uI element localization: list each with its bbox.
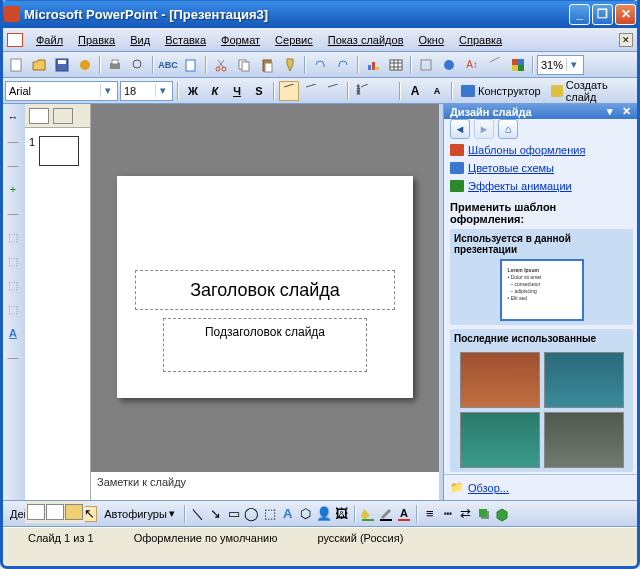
- tool-icon[interactable]: ⬚: [4, 252, 22, 270]
- menu-help[interactable]: Справка: [453, 32, 508, 48]
- animation-link[interactable]: Эффекты анимации: [450, 177, 633, 195]
- increase-font-button[interactable]: A: [405, 81, 425, 101]
- menu-tools[interactable]: Сервис: [269, 32, 319, 48]
- tool-icon[interactable]: ⬚: [4, 300, 22, 318]
- templates-link[interactable]: Шаблоны оформления: [450, 141, 633, 159]
- current-template-thumbnail[interactable]: Lorem Ipsum• Dolor sit amet – consectetu…: [500, 259, 584, 321]
- template-thumbnail[interactable]: [544, 412, 624, 468]
- outline-tab[interactable]: [29, 108, 49, 124]
- color-schemes-link[interactable]: Цветовые схемы: [450, 159, 633, 177]
- print-button[interactable]: [104, 54, 126, 76]
- research-button[interactable]: [180, 54, 202, 76]
- tool-icon[interactable]: —: [4, 348, 22, 366]
- slide-canvas[interactable]: Заголовок слайда Подзаголовок слайда: [117, 176, 413, 398]
- title-placeholder[interactable]: Заголовок слайда: [135, 270, 395, 310]
- chart-button[interactable]: [362, 54, 384, 76]
- new-button[interactable]: [5, 54, 27, 76]
- mdi-close-button[interactable]: ✕: [619, 33, 633, 47]
- format-painter-button[interactable]: [279, 54, 301, 76]
- table-button[interactable]: [385, 54, 407, 76]
- wordart-tool[interactable]: A: [280, 506, 296, 522]
- home-button[interactable]: ⌂: [498, 119, 518, 139]
- shadow-tool[interactable]: [476, 506, 492, 522]
- close-button[interactable]: ✕: [615, 4, 636, 25]
- subtitle-placeholder[interactable]: Подзаголовок слайда: [163, 318, 367, 372]
- tool-icon[interactable]: —: [4, 156, 22, 174]
- shadow-button[interactable]: S: [249, 81, 269, 101]
- redo-button[interactable]: [332, 54, 354, 76]
- permission-button[interactable]: [74, 54, 96, 76]
- move-tool-icon[interactable]: —: [4, 132, 22, 150]
- font-color-tool-icon[interactable]: A: [4, 324, 22, 342]
- save-button[interactable]: [51, 54, 73, 76]
- copy-button[interactable]: [233, 54, 255, 76]
- oval-tool[interactable]: ◯: [244, 506, 260, 522]
- hyperlink-button[interactable]: [438, 54, 460, 76]
- align-center-button[interactable]: [301, 81, 321, 101]
- dash-style-tool[interactable]: ┅: [440, 506, 456, 522]
- autoshapes-menu[interactable]: Автофигуры ▾: [99, 504, 180, 524]
- color-button[interactable]: [507, 54, 529, 76]
- diagram-tool[interactable]: ⬡: [298, 506, 314, 522]
- zoom-combo[interactable]: 31%▾: [537, 55, 584, 75]
- taskpane-close-button[interactable]: ✕: [619, 105, 633, 119]
- align-left-button[interactable]: [279, 81, 299, 101]
- numbering-button[interactable]: 12: [353, 81, 373, 101]
- spell-button[interactable]: ABC: [157, 54, 179, 76]
- rectangle-tool[interactable]: ▭: [226, 506, 242, 522]
- back-button[interactable]: ◄: [450, 119, 470, 139]
- tables-borders-button[interactable]: [415, 54, 437, 76]
- browse-link[interactable]: Обзор...: [468, 482, 509, 494]
- expand-button[interactable]: A↕: [461, 54, 483, 76]
- menu-view[interactable]: Вид: [124, 32, 156, 48]
- arrow-tool-icon[interactable]: ↔: [4, 108, 22, 126]
- menu-window[interactable]: Окно: [413, 32, 451, 48]
- minimize-button[interactable]: _: [569, 4, 590, 25]
- menu-file[interactable]: Файл: [30, 32, 69, 48]
- decrease-font-button[interactable]: A: [427, 81, 447, 101]
- font-color-tool[interactable]: A: [396, 506, 412, 522]
- undo-button[interactable]: [309, 54, 331, 76]
- underline-button[interactable]: Ч: [227, 81, 247, 101]
- template-thumbnail[interactable]: [544, 352, 624, 408]
- menu-insert[interactable]: Вставка: [159, 32, 212, 48]
- tool-icon[interactable]: —: [4, 204, 22, 222]
- document-icon[interactable]: [7, 33, 23, 47]
- new-slide-button[interactable]: Создать слайд: [547, 81, 635, 101]
- line-color-tool[interactable]: [378, 506, 394, 522]
- tool-icon[interactable]: ⬚: [4, 276, 22, 294]
- size-combo[interactable]: 18▾: [120, 81, 173, 101]
- font-combo[interactable]: Arial▾: [5, 81, 118, 101]
- designer-button[interactable]: Конструктор: [457, 81, 545, 101]
- forward-button[interactable]: ►: [474, 119, 494, 139]
- cut-button[interactable]: [210, 54, 232, 76]
- normal-view-button[interactable]: [27, 504, 45, 520]
- picture-tool[interactable]: 🖼: [334, 506, 350, 522]
- slide-thumbnail[interactable]: [39, 136, 79, 166]
- line-tool[interactable]: ＼: [190, 506, 206, 522]
- tool-icon[interactable]: +: [4, 180, 22, 198]
- 3d-tool[interactable]: [494, 506, 510, 522]
- tool-icon[interactable]: ⬚: [4, 228, 22, 246]
- template-thumbnail[interactable]: [460, 412, 540, 468]
- slides-tab[interactable]: [53, 108, 73, 124]
- arrow-style-tool[interactable]: ⇄: [458, 506, 474, 522]
- maximize-button[interactable]: ❐: [592, 4, 613, 25]
- line-style-tool[interactable]: ≡: [422, 506, 438, 522]
- arrow-tool[interactable]: ↘: [208, 506, 224, 522]
- grid-button[interactable]: [484, 54, 506, 76]
- taskpane-menu-button[interactable]: ▾: [603, 105, 617, 119]
- bold-button[interactable]: Ж: [183, 81, 203, 101]
- open-button[interactable]: [28, 54, 50, 76]
- bullets-button[interactable]: [375, 81, 395, 101]
- slideshow-view-button[interactable]: [65, 504, 83, 520]
- sorter-view-button[interactable]: [46, 504, 64, 520]
- align-right-button[interactable]: [323, 81, 343, 101]
- notes-pane[interactable]: Заметки к слайду: [91, 470, 439, 500]
- menu-format[interactable]: Формат: [215, 32, 266, 48]
- menu-edit[interactable]: Правка: [72, 32, 121, 48]
- preview-button[interactable]: [127, 54, 149, 76]
- paste-button[interactable]: [256, 54, 278, 76]
- menu-slideshow[interactable]: Показ слайдов: [322, 32, 410, 48]
- clipart-tool[interactable]: 👤: [316, 506, 332, 522]
